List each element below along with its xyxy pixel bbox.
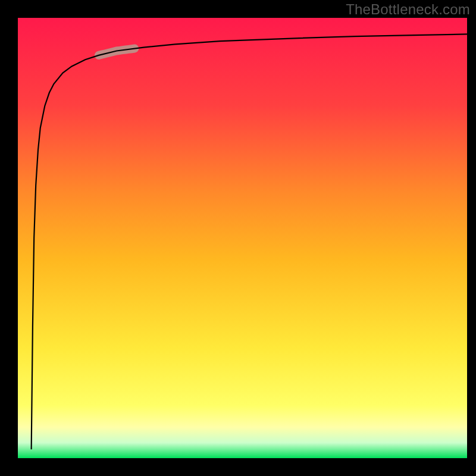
bottleneck-chart [0, 0, 476, 476]
chart-frame: TheBottleneck.com [0, 0, 476, 476]
watermark-text: TheBottleneck.com [346, 1, 470, 18]
chart-plot-area [18, 18, 467, 458]
